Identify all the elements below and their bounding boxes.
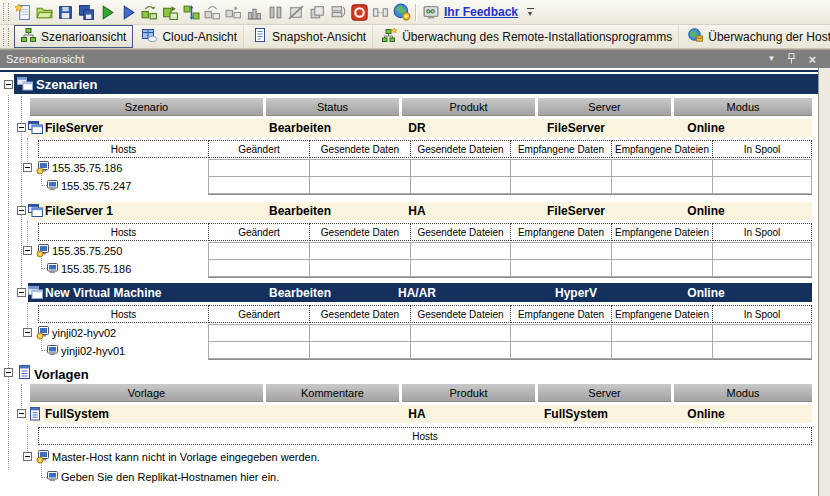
- snapshot-view-icon: [253, 28, 267, 45]
- template-mode: Online: [631, 407, 781, 421]
- template-replica-note[interactable]: Geben Sie den Replikat-Hostnamen hier ei…: [61, 471, 279, 483]
- scenario-name: FileServer: [45, 121, 103, 135]
- server-group-disabled-icon[interactable]: [328, 2, 349, 23]
- tab-label: Überwachung der Host-Wartung: [708, 30, 830, 44]
- host-column-empfangene-dateien: Empfangene Dateien: [611, 223, 713, 241]
- template-master-note[interactable]: Master-Host kann nicht in Vorlage eingeg…: [52, 451, 320, 463]
- expander-template-master[interactable]: [23, 452, 32, 461]
- replica-host-name[interactable]: 155.35.75.247: [61, 180, 131, 192]
- host-link-disabled-icon[interactable]: [370, 2, 391, 23]
- host-cell: [208, 159, 310, 177]
- restore-data-icon[interactable]: [160, 2, 181, 23]
- host-cell: [410, 259, 511, 277]
- expander-szenarien[interactable]: [4, 80, 13, 89]
- scenario-operation-disabled-1-icon[interactable]: [202, 2, 223, 23]
- group-label-vorlagen[interactable]: Vorlagen: [34, 367, 89, 382]
- open-scenario-icon[interactable]: [34, 2, 55, 23]
- host-cell: [712, 242, 812, 260]
- tabbar-grip[interactable]: [3, 28, 9, 46]
- menu-down-icon[interactable]: ▼: [767, 55, 775, 63]
- close-icon[interactable]: ×: [808, 53, 816, 66]
- master-host-name[interactable]: yinji02-hyv02: [52, 327, 116, 339]
- host-cell: [712, 176, 812, 194]
- column-header-produkt[interactable]: Produkt: [402, 384, 535, 402]
- host-maintenance-monitor-icon: [688, 28, 703, 45]
- scenario-name: FileServer 1: [45, 204, 113, 218]
- feedback-link[interactable]: Ihr Feedback: [444, 5, 518, 19]
- replica-host-name[interactable]: yinji02-hyv01: [61, 345, 125, 357]
- toolbar-grip[interactable]: [3, 3, 9, 21]
- scenario-operation-disabled-2-icon[interactable]: [223, 2, 244, 23]
- suspend-disabled-icon[interactable]: [286, 2, 307, 23]
- column-header-kommentare[interactable]: Kommentare: [266, 384, 399, 402]
- difference-sync-icon[interactable]: [181, 2, 202, 23]
- scenario-product: HA: [342, 204, 492, 218]
- scenario-product: DR: [342, 121, 492, 135]
- column-header-vorlage[interactable]: Vorlage: [30, 384, 263, 402]
- statistics-icon[interactable]: [244, 2, 265, 23]
- group-header-szenarien[interactable]: Szenarien: [14, 74, 818, 94]
- tab-snapshot-ansicht[interactable]: Snapshot-Ansicht: [246, 25, 373, 48]
- save-all-icon[interactable]: [76, 2, 97, 23]
- scenario-icon: [28, 204, 43, 219]
- tab-szenarioansicht[interactable]: Szenarioansicht: [14, 25, 133, 48]
- new-scenario-icon[interactable]: [13, 2, 34, 23]
- tab-cloud-ansicht[interactable]: Cloud-Ansicht: [135, 25, 244, 48]
- column-header-server[interactable]: Server: [538, 98, 671, 116]
- host-cell: [208, 341, 310, 359]
- column-header-szenario[interactable]: Szenario: [30, 98, 263, 116]
- host-column-hosts: Hosts: [38, 223, 209, 241]
- column-header-produkt[interactable]: Produkt: [402, 98, 535, 116]
- pause-replication-icon[interactable]: [265, 2, 286, 23]
- replica-host-name[interactable]: 155.35.75.186: [61, 263, 131, 275]
- host-cell: [309, 324, 411, 342]
- tree-line: [27, 221, 28, 247]
- master-host-name[interactable]: 155.35.75.186: [52, 162, 122, 174]
- run-scenario-icon[interactable]: [97, 2, 118, 23]
- host-column-hosts: Hosts: [38, 140, 209, 158]
- master-host-name[interactable]: 155.35.75.250: [52, 245, 122, 257]
- expander-master-host[interactable]: [23, 328, 32, 337]
- feedback-icon[interactable]: [420, 2, 441, 23]
- panel-titlebar: Szenarioansicht ▼ ×: [0, 49, 830, 68]
- tree-line: [27, 303, 28, 329]
- expander-master-host[interactable]: [23, 163, 32, 172]
- replica-copies-disabled-icon[interactable]: [307, 2, 328, 23]
- tab-remote-installer-monitor[interactable]: Überwachung des Remote-Installationsprog…: [375, 25, 679, 48]
- toolbar-overflow-icon[interactable]: ▼: [523, 2, 537, 22]
- expander-fileserver-1[interactable]: [17, 206, 26, 215]
- web-settings-icon[interactable]: [391, 2, 412, 23]
- expander-new-virtual-machine[interactable]: [17, 288, 26, 297]
- scenario-icon: [28, 121, 43, 136]
- save-scenario-icon[interactable]: [55, 2, 76, 23]
- scenario-server: FileServer: [501, 121, 651, 135]
- template-product: HA: [342, 407, 492, 421]
- run-assessment-icon[interactable]: [118, 2, 139, 23]
- column-header-status[interactable]: Status: [266, 98, 399, 116]
- column-header-server[interactable]: Server: [538, 384, 671, 402]
- expander-master-host[interactable]: [23, 246, 32, 255]
- scenario-server: FileServer: [501, 204, 651, 218]
- pin-icon[interactable]: [787, 53, 796, 66]
- column-header-modus[interactable]: Modus: [674, 384, 812, 402]
- master-host-icon: [36, 449, 51, 466]
- expander-fullsystem[interactable]: [17, 409, 26, 418]
- application-window: Ihr Feedback ▼ Szenarioansicht Cloud-Ans…: [0, 0, 830, 496]
- synchronize-icon[interactable]: [139, 2, 160, 23]
- expander-vorlagen[interactable]: [4, 368, 13, 377]
- host-column-empfangene-dateien: Empfangene Dateien: [611, 140, 713, 158]
- expander-fileserver[interactable]: [17, 123, 26, 132]
- tab-host-maintenance-monitor[interactable]: Überwachung der Host-Wartung: [681, 25, 830, 48]
- stop-scenario-icon[interactable]: [349, 2, 370, 23]
- host-column-gesendete-daten: Gesendete Daten: [309, 305, 411, 323]
- scenario-product: HA/AR: [342, 286, 492, 300]
- host-cell: [410, 341, 511, 359]
- host-column-in-spool: In Spool: [712, 223, 812, 241]
- tab-label: Snapshot-Ansicht: [272, 30, 366, 44]
- host-column-gesendete-dateien: Gesendete Dateien: [410, 305, 511, 323]
- column-header-modus[interactable]: Modus: [674, 98, 812, 116]
- host-column-in-spool: In Spool: [712, 140, 812, 158]
- templates-group-icon: [17, 365, 32, 382]
- host-cell: [410, 176, 511, 194]
- template-hosts-header: Hosts: [38, 427, 812, 445]
